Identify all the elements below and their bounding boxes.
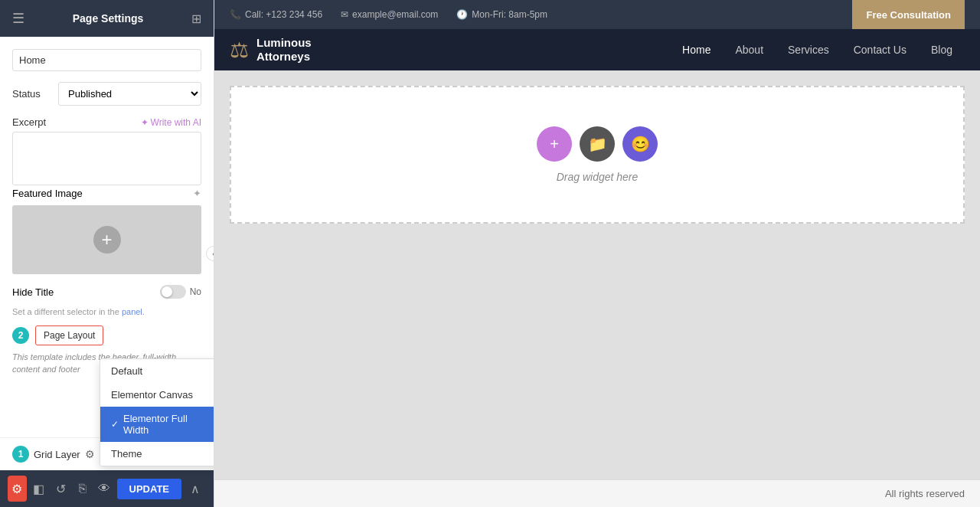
site-hours: 🕐 Mon-Fri: 8am-5pm bbox=[456, 9, 547, 20]
dropdown-item-full-width[interactable]: ✓ Elementor Full Width bbox=[100, 407, 214, 442]
drag-hint-text: Drag widget here bbox=[557, 171, 639, 183]
excerpt-row: Excerpt ✦ Write with AI bbox=[12, 116, 201, 128]
sidebar: ☰ Page Settings ⊞ Status Published bbox=[0, 0, 214, 507]
widget-area: + 📁 😊 Drag widget here bbox=[514, 103, 681, 206]
hide-title-row: Hide Title No bbox=[12, 285, 201, 299]
write-ai-button[interactable]: ✦ Write with AI bbox=[141, 117, 201, 128]
featured-image-label: Featured Image bbox=[12, 188, 83, 199]
dropdown-fullwidth-label: Elementor Full Width bbox=[123, 413, 211, 436]
site-logo-icon: ⚖ bbox=[230, 38, 249, 63]
page-layout-row: 2 Page Layout bbox=[12, 325, 201, 345]
dropdown-default-label: Default bbox=[111, 365, 142, 377]
add-image-icon: + bbox=[93, 226, 121, 254]
widget-icons-row: + 📁 😊 bbox=[537, 126, 658, 162]
excerpt-textarea[interactable] bbox=[12, 132, 201, 185]
dropdown-item-default[interactable]: Default bbox=[100, 359, 214, 383]
featured-image-box[interactable]: + bbox=[12, 205, 201, 274]
dropdown-item-canvas[interactable]: Elementor Canvas bbox=[100, 383, 214, 407]
add-widget-button[interactable]: + bbox=[537, 126, 572, 162]
nav-blog[interactable]: Blog bbox=[919, 29, 965, 70]
step-1-badge: 1 bbox=[12, 446, 29, 463]
email-icon: ✉ bbox=[341, 9, 348, 20]
update-button[interactable]: UPDATE bbox=[117, 479, 181, 499]
featured-image-row: Featured Image ✦ bbox=[12, 188, 201, 199]
nav-contact[interactable]: Contact Us bbox=[841, 29, 919, 70]
bottom-toolbar: ⚙ ◧ ↺ ⎘ 👁 UPDATE ∧ bbox=[0, 470, 214, 507]
eye-icon[interactable]: 👁 bbox=[95, 476, 114, 502]
status-row: Status Published bbox=[12, 82, 201, 106]
featured-image-expand-icon[interactable]: ✦ bbox=[193, 188, 201, 199]
hide-title-toggle[interactable]: No bbox=[160, 285, 201, 299]
site-call: 📞 Call: +123 234 456 bbox=[230, 9, 322, 20]
sidebar-title: Page Settings bbox=[73, 12, 144, 25]
template-widget-button[interactable]: 😊 bbox=[622, 126, 658, 162]
toggle-knob bbox=[162, 286, 172, 297]
layout-dropdown: Default Elementor Canvas ✓ Elementor Ful… bbox=[100, 358, 214, 466]
canvas-area: 📞 Call: +123 234 456 ✉ example@email.com… bbox=[214, 0, 980, 507]
settings-icon[interactable]: ⚙ bbox=[8, 476, 27, 502]
sidebar-header: ☰ Page Settings ⊞ bbox=[0, 0, 214, 37]
toggle-label: No bbox=[190, 286, 201, 297]
checkmark-icon: ✓ bbox=[111, 419, 119, 430]
chevron-up-icon[interactable]: ∧ bbox=[185, 479, 206, 499]
folder-widget-button[interactable]: 📁 bbox=[580, 126, 615, 162]
dropdown-item-theme[interactable]: Theme bbox=[100, 442, 214, 466]
step-2-badge: 2 bbox=[12, 327, 29, 344]
footer-text: All rights reserved bbox=[885, 488, 965, 499]
page-layout-button[interactable]: Page Layout bbox=[35, 325, 103, 345]
drop-zone[interactable]: + 📁 😊 Drag widget here bbox=[230, 86, 965, 224]
home-field-group bbox=[12, 49, 201, 71]
grid-layer-icon: ⚙ bbox=[85, 448, 95, 460]
site-email-text: example@email.com bbox=[352, 9, 438, 20]
status-label: Status bbox=[12, 88, 51, 100]
toggle-track[interactable] bbox=[160, 285, 186, 299]
excerpt-label: Excerpt bbox=[12, 116, 46, 128]
nav-about[interactable]: About bbox=[723, 29, 776, 70]
site-logo: ⚖ Luminous Attorneys bbox=[230, 36, 312, 64]
site-free-consultation-button[interactable]: Free Consultation bbox=[852, 0, 965, 29]
hide-title-label: Hide Title bbox=[12, 286, 54, 298]
phone-icon: 📞 bbox=[230, 9, 241, 20]
copy-icon[interactable]: ⎘ bbox=[74, 476, 93, 502]
clock-icon: 🕐 bbox=[456, 9, 468, 20]
panel-link[interactable]: panel. bbox=[122, 307, 145, 316]
site-phone-text: Call: +123 234 456 bbox=[245, 9, 322, 20]
site-navigation: Home About Services Contact Us Blog bbox=[670, 29, 965, 70]
site-top-bar: 📞 Call: +123 234 456 ✉ example@email.com… bbox=[214, 0, 980, 29]
site-footer: All rights reserved bbox=[214, 479, 980, 507]
site-nav: ⚖ Luminous Attorneys Home About Services… bbox=[214, 29, 980, 70]
history-icon[interactable]: ↺ bbox=[51, 476, 70, 502]
status-select[interactable]: Published bbox=[58, 82, 201, 106]
nav-home[interactable]: Home bbox=[670, 29, 723, 70]
nav-services[interactable]: Services bbox=[776, 29, 841, 70]
dropdown-theme-label: Theme bbox=[111, 448, 142, 460]
site-hours-text: Mon-Fri: 8am-5pm bbox=[472, 9, 547, 20]
site-logo-text: Luminous Attorneys bbox=[256, 36, 312, 64]
canvas-body: + 📁 😊 Drag widget here bbox=[214, 70, 980, 479]
home-input[interactable] bbox=[12, 49, 201, 71]
grid-icon[interactable]: ⊞ bbox=[191, 11, 201, 26]
site-email: ✉ example@email.com bbox=[341, 9, 438, 20]
dropdown-canvas-label: Elementor Canvas bbox=[111, 389, 193, 401]
grid-layer-label: Grid Layer bbox=[34, 449, 80, 460]
hamburger-icon[interactable]: ☰ bbox=[12, 10, 24, 27]
layers-icon[interactable]: ◧ bbox=[30, 476, 49, 502]
help-text: Set a different selector in the panel. bbox=[12, 306, 201, 318]
excerpt-section: Excerpt ✦ Write with AI bbox=[12, 116, 201, 188]
